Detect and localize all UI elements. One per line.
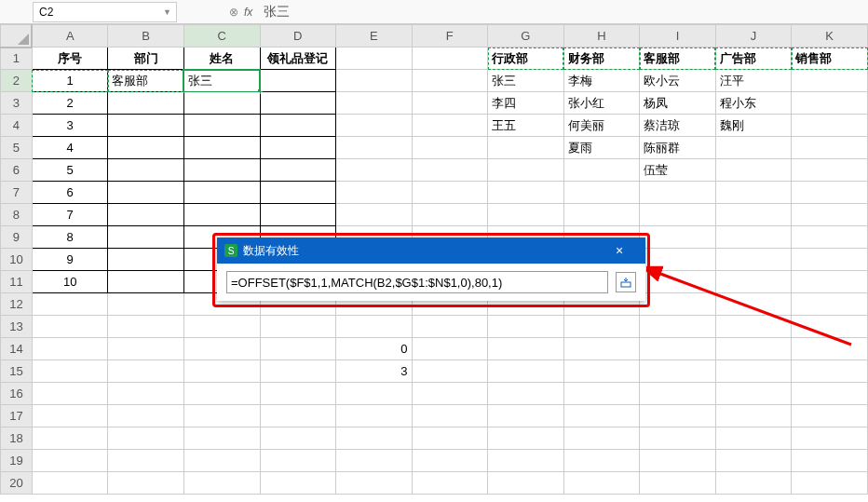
- cell-C1[interactable]: 姓名: [183, 47, 260, 70]
- cell-E7[interactable]: [336, 182, 413, 204]
- cell-K17[interactable]: [792, 405, 868, 427]
- cell-I18[interactable]: [640, 427, 716, 450]
- cell-A19[interactable]: [32, 450, 108, 472]
- cell-I1[interactable]: 客服部: [640, 47, 716, 70]
- cell-I11[interactable]: [640, 271, 716, 293]
- cell-I14[interactable]: [640, 338, 716, 360]
- cell-E1[interactable]: [336, 47, 413, 70]
- cell-K2[interactable]: [792, 70, 868, 92]
- cell-K11[interactable]: [792, 271, 868, 293]
- cell-J4[interactable]: 魏刚: [715, 115, 792, 137]
- cell-K18[interactable]: [792, 427, 868, 450]
- cell-I3[interactable]: 杨凤: [640, 92, 716, 115]
- col-header-G[interactable]: G: [488, 25, 564, 47]
- cell-D5[interactable]: [260, 137, 336, 159]
- cell-K19[interactable]: [792, 450, 868, 472]
- cell-E3[interactable]: [336, 92, 413, 115]
- row-header-8[interactable]: 8: [1, 204, 33, 226]
- row-header-3[interactable]: 3: [1, 92, 33, 115]
- cell-C19[interactable]: [183, 450, 260, 472]
- cell-F17[interactable]: [412, 405, 488, 427]
- cell-F4[interactable]: [412, 115, 488, 137]
- cell-A2[interactable]: 1: [32, 70, 108, 92]
- cell-E14[interactable]: 0: [336, 338, 413, 360]
- cell-G20[interactable]: [488, 472, 564, 495]
- cell-B7[interactable]: [108, 182, 184, 204]
- cell-F6[interactable]: [412, 159, 488, 182]
- cell-F7[interactable]: [412, 182, 488, 204]
- row-header-9[interactable]: 9: [1, 226, 33, 249]
- cell-G1[interactable]: 行政部: [488, 47, 564, 70]
- cell-D4[interactable]: [260, 115, 336, 137]
- cell-D13[interactable]: [260, 316, 336, 338]
- row-header-14[interactable]: 14: [1, 338, 33, 360]
- cell-J13[interactable]: [715, 316, 792, 338]
- cell-D19[interactable]: [260, 450, 336, 472]
- cell-K20[interactable]: [792, 472, 868, 495]
- cell-G14[interactable]: [488, 338, 564, 360]
- cell-C2[interactable]: 张三▾: [183, 70, 260, 92]
- cell-B20[interactable]: [108, 472, 184, 495]
- cell-C17[interactable]: [183, 405, 260, 427]
- cell-F2[interactable]: [412, 70, 488, 92]
- cell-K9[interactable]: [792, 226, 868, 249]
- cell-B14[interactable]: [108, 338, 184, 360]
- cell-H2[interactable]: 李梅: [563, 70, 640, 92]
- cell-F3[interactable]: [412, 92, 488, 115]
- cell-F15[interactable]: [412, 360, 488, 383]
- cell-I4[interactable]: 蔡洁琼: [640, 115, 716, 137]
- cell-I15[interactable]: [640, 360, 716, 383]
- cell-F5[interactable]: [412, 137, 488, 159]
- row-header-19[interactable]: 19: [1, 450, 33, 472]
- cell-G13[interactable]: [488, 316, 564, 338]
- cell-I16[interactable]: [640, 383, 716, 405]
- cell-A8[interactable]: 7: [32, 204, 108, 226]
- cell-B8[interactable]: [108, 204, 184, 226]
- cell-G17[interactable]: [488, 405, 564, 427]
- cancel-formula-icon[interactable]: ⊗: [229, 6, 238, 19]
- row-header-2[interactable]: 2: [1, 70, 33, 92]
- cell-J10[interactable]: [715, 249, 792, 271]
- cell-B16[interactable]: [108, 383, 184, 405]
- cell-D14[interactable]: [260, 338, 336, 360]
- cell-G18[interactable]: [488, 427, 564, 450]
- cell-E19[interactable]: [336, 450, 413, 472]
- cell-H18[interactable]: [563, 427, 640, 450]
- cell-A3[interactable]: 2: [32, 92, 108, 115]
- cell-B12[interactable]: [108, 293, 184, 316]
- cell-E16[interactable]: [336, 383, 413, 405]
- cell-I7[interactable]: [640, 182, 716, 204]
- cell-K10[interactable]: [792, 249, 868, 271]
- cell-A4[interactable]: 3: [32, 115, 108, 137]
- cell-E6[interactable]: [336, 159, 413, 182]
- cell-D1[interactable]: 领礼品登记: [260, 47, 336, 70]
- cell-G2[interactable]: 张三: [488, 70, 564, 92]
- cell-B18[interactable]: [108, 427, 184, 450]
- row-header-20[interactable]: 20: [1, 472, 33, 495]
- cell-G5[interactable]: [488, 137, 564, 159]
- cell-H17[interactable]: [563, 405, 640, 427]
- col-header-I[interactable]: I: [640, 25, 716, 47]
- cell-J18[interactable]: [715, 427, 792, 450]
- cell-G4[interactable]: 王五: [488, 115, 564, 137]
- col-header-C[interactable]: C: [183, 25, 260, 47]
- cell-J11[interactable]: [715, 271, 792, 293]
- cell-G15[interactable]: [488, 360, 564, 383]
- cell-J19[interactable]: [715, 450, 792, 472]
- cell-D20[interactable]: [260, 472, 336, 495]
- row-header-1[interactable]: 1: [1, 47, 33, 70]
- cell-D18[interactable]: [260, 427, 336, 450]
- cell-B10[interactable]: [108, 249, 184, 271]
- cell-I2[interactable]: 欧小云: [640, 70, 716, 92]
- cell-A1[interactable]: 序号: [32, 47, 108, 70]
- col-header-E[interactable]: E: [336, 25, 413, 47]
- cell-C6[interactable]: [183, 159, 260, 182]
- dialog-titlebar[interactable]: S 数据有效性 ×: [217, 237, 645, 264]
- row-header-7[interactable]: 7: [1, 182, 33, 204]
- cell-C20[interactable]: [183, 472, 260, 495]
- cell-B1[interactable]: 部门: [108, 47, 184, 70]
- row-header-17[interactable]: 17: [1, 405, 33, 427]
- cell-H7[interactable]: [563, 182, 640, 204]
- cell-A5[interactable]: 4: [32, 137, 108, 159]
- fx-icon[interactable]: fx: [244, 6, 252, 19]
